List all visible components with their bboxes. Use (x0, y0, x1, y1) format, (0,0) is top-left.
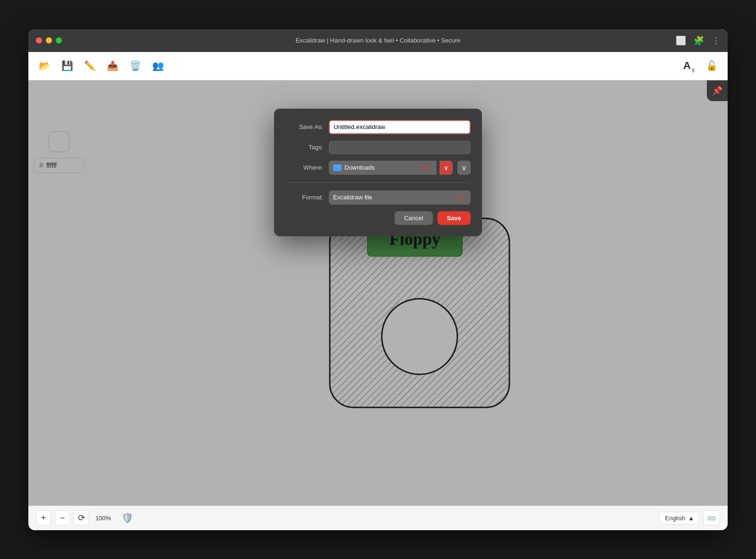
save-as-row: Save As: (285, 120, 471, 134)
tags-label: Tags: (285, 144, 323, 151)
where-more-button[interactable]: ∨ (457, 161, 471, 175)
canvas-area: # (28, 80, 728, 506)
open-folder-button[interactable]: 📂 (34, 55, 55, 76)
zoom-in-button[interactable]: + (36, 510, 51, 525)
where-expand-button[interactable]: ∨ (439, 161, 453, 175)
save-as-label: Save As: (285, 123, 323, 130)
font-label: A (683, 60, 691, 72)
titlebar: Excalidraw | Hand-drawn look & feel • Co… (28, 29, 728, 52)
tags-input[interactable] (329, 141, 471, 154)
zoom-level: 100% (93, 515, 114, 522)
extensions-icon[interactable]: 🧩 (694, 35, 704, 46)
save-button[interactable]: 💾 (57, 55, 77, 76)
edit-button[interactable]: ✏️ (79, 55, 100, 76)
titlebar-actions: ⬜ 🧩 ⋮ (676, 35, 720, 46)
cancel-button[interactable]: Cancel (395, 211, 432, 225)
lock-button[interactable]: 🔓 (701, 55, 722, 76)
language-chevron-icon: ▲ (688, 515, 694, 522)
language-label: English (665, 515, 685, 522)
zoom-controls: + − ⟳ 100% 🛡️ (36, 510, 133, 525)
pin-button[interactable]: 📌 (707, 80, 728, 101)
window-title: Excalidraw | Hand-drawn look & feel • Co… (295, 37, 460, 44)
where-value: Downloads (344, 164, 375, 171)
maximize-button[interactable] (56, 37, 62, 43)
format-label: Format: (285, 194, 323, 201)
traffic-lights (36, 37, 62, 43)
format-select-wrapper: Excalidraw file ⬆⬇ (329, 190, 471, 205)
where-label: Where: (285, 164, 323, 171)
export-button[interactable]: 📤 (102, 55, 123, 76)
trash-button[interactable]: 🗑️ (125, 55, 146, 76)
where-select[interactable]: Downloads ⬆⬇ (329, 161, 437, 175)
where-select-wrapper: Downloads ⬆⬇ ∨ ∨ (329, 161, 471, 175)
dialog-buttons: Cancel Save (285, 211, 471, 225)
font-button[interactable]: A 8 (677, 55, 697, 76)
zoom-out-button[interactable]: − (55, 510, 70, 525)
language-select[interactable]: English ▲ (660, 512, 699, 525)
minimize-button[interactable] (46, 37, 52, 43)
format-select[interactable]: Excalidraw file ⬆⬇ (329, 190, 471, 205)
dialog-overlay: Save As: Tags: Where: (28, 80, 728, 506)
share-icon[interactable]: ⬜ (676, 35, 686, 46)
where-select-inner: Downloads (333, 164, 375, 171)
where-row: Where: Downloads ⬆⬇ ∨ ∨ (285, 161, 471, 175)
folder-icon (333, 164, 342, 171)
format-arrow-icon: ⬆⬇ (455, 194, 466, 201)
format-row: Format: Excalidraw file ⬆⬇ (285, 190, 471, 205)
where-chevron-icon: ⬆⬇ (421, 164, 432, 172)
bottombar: + − ⟳ 100% 🛡️ English ▲ ⌨️ (28, 506, 728, 530)
tags-row: Tags: (285, 141, 471, 154)
save-confirm-button[interactable]: Save (438, 211, 471, 225)
more-icon[interactable]: ⋮ (712, 35, 720, 46)
dialog-separator (285, 182, 471, 183)
shield-icon: 🛡️ (121, 512, 133, 524)
toolbar: 📂 💾 ✏️ 📤 🗑️ 👥 A 8 🔓 (28, 52, 728, 80)
collaborate-button[interactable]: 👥 (147, 55, 168, 76)
font-subscript: 8 (692, 68, 695, 73)
format-value: Excalidraw file (333, 194, 372, 201)
save-as-input[interactable] (329, 120, 471, 134)
bottombar-right: English ▲ ⌨️ (660, 510, 720, 525)
close-button[interactable] (36, 37, 42, 43)
keyboard-button[interactable]: ⌨️ (703, 510, 720, 525)
zoom-reset-button[interactable]: ⟳ (74, 510, 89, 525)
toolbar-right: A 8 🔓 (677, 55, 722, 76)
save-dialog: Save As: Tags: Where: (274, 109, 482, 236)
